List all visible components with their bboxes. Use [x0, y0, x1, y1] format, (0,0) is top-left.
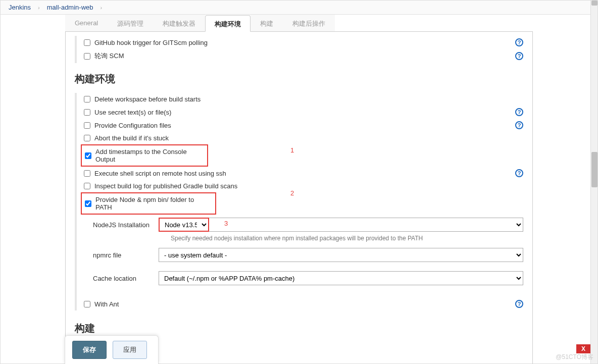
- select-npmrc[interactable]: - use system default -: [159, 248, 523, 262]
- scroll-up-icon[interactable]: [591, 1, 597, 6]
- breadcrumb-jenkins[interactable]: Jenkins: [9, 4, 31, 11]
- hint-nodejs: Specify needed nodejs installation where…: [171, 235, 523, 242]
- tab-scm[interactable]: 源码管理: [108, 15, 153, 31]
- annotation-3: 3: [224, 220, 228, 227]
- checkbox-with-ant[interactable]: [84, 301, 90, 307]
- label-exec-ssh[interactable]: Execute shell script on remote host usin…: [94, 170, 226, 177]
- help-icon[interactable]: ?: [515, 108, 523, 116]
- checkbox-provide-node[interactable]: [85, 200, 91, 207]
- breadcrumb-project[interactable]: mall-admin-web: [47, 4, 93, 11]
- label-add-timestamps[interactable]: Add timestamps to the Console Output: [95, 148, 204, 163]
- help-icon[interactable]: ?: [515, 300, 523, 308]
- annotation-2: 2: [290, 189, 294, 197]
- breadcrumb: Jenkins › mall-admin-web ›: [1, 1, 597, 15]
- checkbox-add-timestamps[interactable]: [85, 152, 91, 159]
- help-icon[interactable]: ?: [515, 121, 523, 129]
- checkbox-exec-ssh[interactable]: [84, 170, 90, 177]
- checkbox-provide-cfg[interactable]: [84, 122, 90, 129]
- tab-triggers[interactable]: 构建触发器: [153, 15, 205, 31]
- label-use-secret[interactable]: Use secret text(s) or file(s): [94, 109, 171, 116]
- watermark: @51CTO博客: [556, 353, 593, 361]
- label-npmrc: npmrc file: [93, 251, 159, 259]
- label-nodejs-installation: NodeJS Installation: [93, 221, 159, 229]
- label-delete-ws[interactable]: Delete workspace before build starts: [94, 95, 201, 103]
- select-cache-location[interactable]: Default (~/.npm or %APP DATA% pm-cache): [159, 271, 523, 285]
- tab-build[interactable]: 构建: [251, 15, 283, 31]
- breadcrumb-sep-icon: ›: [31, 5, 47, 11]
- select-nodejs-installation[interactable]: Node v13.5.0: [159, 218, 209, 232]
- section-title-build: 构建: [75, 322, 523, 335]
- label-with-ant[interactable]: With Ant: [94, 300, 119, 308]
- help-icon[interactable]: ?: [515, 52, 523, 60]
- checkbox-poll-scm[interactable]: [84, 53, 90, 60]
- breadcrumb-sep-icon: ›: [93, 5, 110, 11]
- label-poll-scm[interactable]: 轮询 SCM: [94, 51, 124, 61]
- label-abort-stuck[interactable]: Abort the build if it's stuck: [94, 134, 169, 142]
- checkbox-use-secret[interactable]: [84, 109, 90, 116]
- checkbox-inspect-gradle[interactable]: [84, 183, 90, 189]
- apply-button[interactable]: 应用: [113, 341, 147, 359]
- config-tabs: General 源码管理 构建触发器 构建环境 构建 构建后操作: [65, 15, 533, 32]
- select-nodejs-installation-full[interactable]: [159, 218, 523, 232]
- save-button[interactable]: 保存: [72, 341, 107, 359]
- label-github-hook[interactable]: GitHub hook trigger for GITScm polling: [94, 39, 208, 46]
- tab-postbuild[interactable]: 构建后操作: [283, 15, 335, 31]
- help-icon[interactable]: ?: [515, 169, 523, 177]
- help-icon[interactable]: ?: [515, 38, 523, 46]
- checkbox-abort-stuck[interactable]: [84, 135, 90, 141]
- tab-general[interactable]: General: [65, 15, 108, 31]
- label-cache-location: Cache location: [93, 275, 159, 282]
- tab-env[interactable]: 构建环境: [205, 15, 251, 32]
- label-provide-cfg[interactable]: Provide Configuration files: [94, 122, 171, 129]
- annotation-1: 1: [290, 146, 294, 154]
- scroll-thumb[interactable]: [591, 152, 597, 187]
- checkbox-github-hook[interactable]: [84, 39, 90, 46]
- section-title-env: 构建环境: [75, 72, 523, 86]
- label-inspect-gradle[interactable]: Inspect build log for published Gradle b…: [94, 182, 237, 190]
- label-provide-node[interactable]: Provide Node & npm bin/ folder to PATH: [95, 196, 212, 211]
- checkbox-delete-ws[interactable]: [84, 96, 90, 102]
- footer-actions: 保存 应用: [65, 335, 159, 364]
- delete-button[interactable]: X: [576, 344, 590, 353]
- scrollbar[interactable]: [590, 1, 597, 363]
